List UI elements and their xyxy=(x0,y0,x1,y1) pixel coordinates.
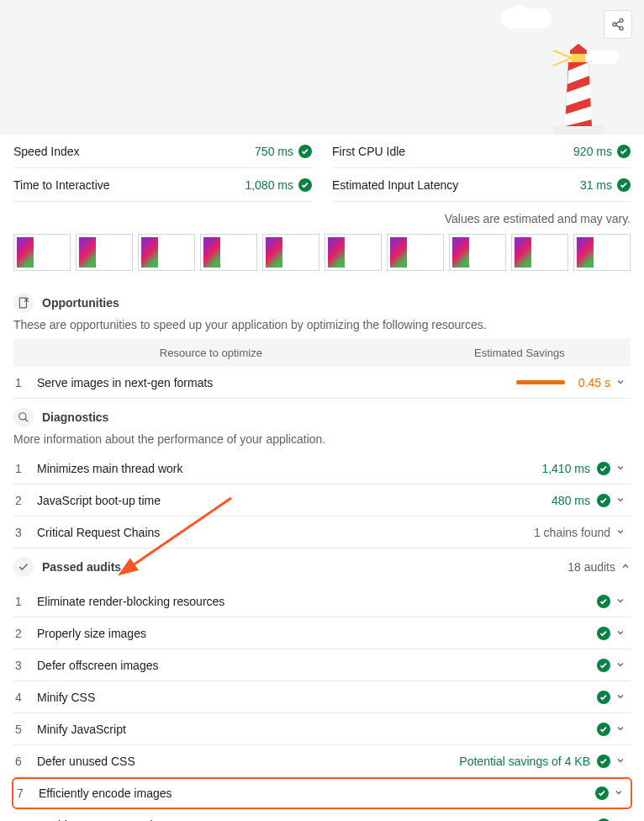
chevron-down-icon[interactable] xyxy=(610,691,631,704)
share-button[interactable] xyxy=(604,10,632,39)
filmstrip-frame xyxy=(76,234,133,271)
row-value xyxy=(597,627,610,640)
passed-icon xyxy=(617,178,631,192)
metric-label: Speed Index xyxy=(13,145,80,158)
savings-bar xyxy=(516,380,565,384)
hero-header xyxy=(0,0,644,135)
passed-icon xyxy=(298,178,312,192)
row-value xyxy=(597,818,610,822)
diagnostic-row[interactable]: 2 JavaScript boot-up time 480 ms xyxy=(13,485,631,516)
svg-line-14 xyxy=(553,50,572,58)
passed-icon xyxy=(597,494,610,507)
check-icon xyxy=(13,557,34,577)
filmstrip-frame xyxy=(13,234,71,271)
filmstrip-frame xyxy=(387,234,444,271)
lighthouse-logo xyxy=(553,34,604,135)
section-header: Diagnostics xyxy=(13,399,631,436)
chevron-down-icon[interactable] xyxy=(610,376,631,389)
row-num: 3 xyxy=(13,526,37,539)
svg-marker-8 xyxy=(570,44,587,50)
svg-point-23 xyxy=(19,413,26,420)
row-label: Minify CSS xyxy=(37,691,597,704)
chevron-down-icon[interactable] xyxy=(610,755,631,768)
metrics-grid: Speed Index 750 ms Time to Interactive 1… xyxy=(0,135,644,202)
row-num: 7 xyxy=(15,787,39,800)
passed-icon xyxy=(597,462,610,475)
section-desc: These are opportunities to speed up your… xyxy=(13,318,631,331)
filmstrip-frame xyxy=(138,234,195,271)
chevron-down-icon[interactable] xyxy=(609,787,629,800)
passed-audit-row[interactable]: 5Minify JavaScript xyxy=(13,713,631,745)
passed-audit-row[interactable]: 8Enable text compression xyxy=(13,809,631,821)
metric-fci: First CPU Idle 920 ms xyxy=(332,135,631,168)
passed-audit-row[interactable]: 1Eliminate render-blocking resources xyxy=(13,585,631,617)
row-value xyxy=(597,723,610,736)
row-num: 1 xyxy=(13,595,37,608)
opportunities-table-header: Resource to optimize Estimated Savings xyxy=(13,338,631,367)
passed-audit-row[interactable]: 6Defer unused CSSPotential savings of 4 … xyxy=(13,745,631,777)
chevron-down-icon[interactable] xyxy=(610,526,631,539)
svg-line-4 xyxy=(616,25,620,28)
metric-speed-index: Speed Index 750 ms xyxy=(13,135,312,168)
svg-point-34 xyxy=(597,818,610,822)
opportunities-section: Opportunities These are opportunities to… xyxy=(0,284,644,399)
diagnostic-row[interactable]: 3 Critical Request Chains 1 chains found xyxy=(13,516,631,548)
chevron-down-icon[interactable] xyxy=(610,595,631,608)
svg-rect-7 xyxy=(570,50,587,54)
row-num: 1 xyxy=(13,462,37,475)
metrics-col-right: First CPU Idle 920 ms Estimated Input La… xyxy=(332,135,631,202)
passed-icon xyxy=(597,627,610,640)
metric-label: Time to Interactive xyxy=(13,178,110,192)
chevron-down-icon[interactable] xyxy=(610,627,631,640)
metrics-col-left: Speed Index 750 ms Time to Interactive 1… xyxy=(13,135,312,202)
filmstrip-frame xyxy=(262,234,319,271)
svg-line-24 xyxy=(25,419,29,422)
passed-icon xyxy=(597,691,610,704)
passed-audits-section: Passed audits 18 audits 1Eliminate rende… xyxy=(0,548,644,821)
chevron-down-icon[interactable] xyxy=(610,494,631,507)
chevron-down-icon[interactable] xyxy=(610,462,631,475)
diagnostic-row[interactable]: 1 Minimizes main thread work 1,410 ms xyxy=(13,453,631,485)
filmstrip xyxy=(0,232,644,284)
chevron-up-icon[interactable] xyxy=(620,560,631,574)
row-label: JavaScript boot-up time xyxy=(37,494,552,507)
section-title: Opportunities xyxy=(42,296,119,310)
svg-point-1 xyxy=(613,23,616,26)
chevron-down-icon[interactable] xyxy=(610,818,631,822)
row-num: 3 xyxy=(13,659,37,672)
filmstrip-frame xyxy=(449,234,506,271)
metric-label: Estimated Input Latency xyxy=(332,178,458,192)
row-label: Defer offscreen images xyxy=(37,659,597,672)
chevron-down-icon[interactable] xyxy=(610,723,631,736)
row-num: 2 xyxy=(13,627,37,640)
passed-icon xyxy=(595,787,609,800)
passed-icon xyxy=(597,595,610,608)
th-savings: Estimated Savings xyxy=(409,347,631,359)
cloud-decoration xyxy=(501,8,552,29)
metric-value: 31 ms xyxy=(580,178,631,192)
row-label: Efficiently encode images xyxy=(39,787,595,800)
svg-point-0 xyxy=(620,19,623,22)
passed-audit-row[interactable]: 7Efficiently encode images xyxy=(12,777,632,809)
row-value xyxy=(597,659,610,672)
metric-eil: Estimated Input Latency 31 ms xyxy=(332,168,631,202)
chevron-down-icon[interactable] xyxy=(610,659,631,672)
metric-value: 920 ms xyxy=(573,145,631,158)
page: Speed Index 750 ms Time to Interactive 1… xyxy=(0,0,644,821)
section-header: Opportunities xyxy=(13,284,631,321)
row-label: Critical Request Chains xyxy=(37,526,534,539)
row-value xyxy=(597,691,610,704)
row-num: 4 xyxy=(13,691,37,704)
passed-audit-row[interactable]: 2Properly size images xyxy=(13,617,631,649)
opportunity-row[interactable]: 1 Serve images in next-gen formats 0.45 … xyxy=(13,367,631,399)
metric-tti: Time to Interactive 1,080 ms xyxy=(13,168,312,202)
row-label: Defer unused CSS xyxy=(37,755,459,768)
diagnostics-section: Diagnostics More information about the p… xyxy=(0,399,644,548)
row-label: Enable text compression xyxy=(37,818,597,822)
passed-audit-row[interactable]: 4Minify CSS xyxy=(13,681,631,713)
passed-header[interactable]: Passed audits 18 audits xyxy=(13,548,631,585)
passed-audit-row[interactable]: 3Defer offscreen images xyxy=(13,649,631,681)
row-num: 5 xyxy=(13,723,37,736)
row-value: Potential savings of 4 KB xyxy=(459,755,610,768)
row-value: 1,410 ms xyxy=(541,462,610,475)
